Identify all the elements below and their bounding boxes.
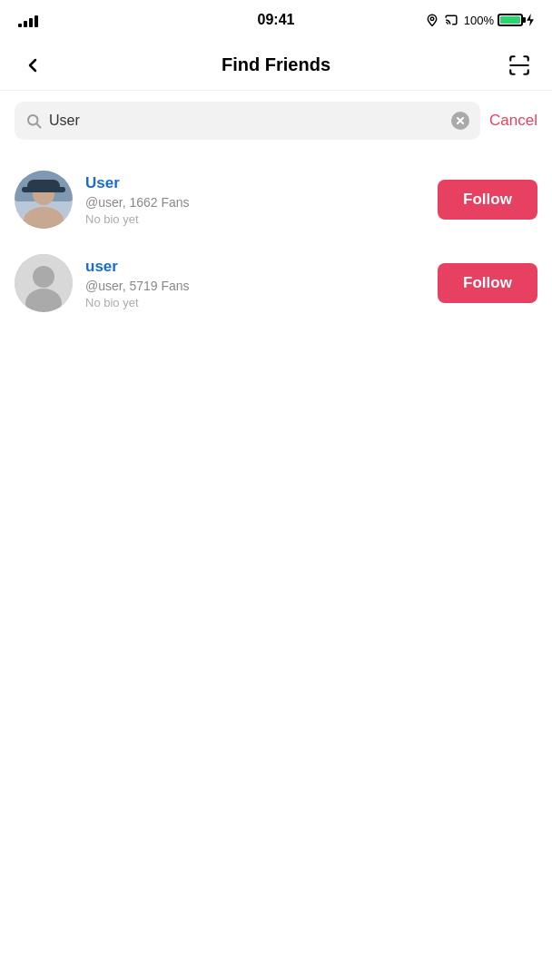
signal-icon: [18, 13, 38, 27]
svg-line-5: [36, 123, 40, 127]
status-left: [18, 13, 38, 27]
user-info: User @user, 1662 Fans No bio yet: [85, 174, 425, 226]
search-input[interactable]: [49, 113, 444, 129]
user-meta: @user, 5719 Fans: [85, 279, 425, 293]
user-bio: No bio yet: [85, 296, 425, 309]
back-button[interactable]: [15, 47, 51, 83]
user-display-name: user: [85, 258, 425, 276]
user-list: User @user, 1662 Fans No bio yet Follow …: [0, 151, 552, 332]
header: Find Friends: [0, 40, 552, 91]
search-container: Cancel: [0, 91, 552, 151]
battery-fill: [500, 16, 520, 24]
status-time: 09:41: [258, 12, 295, 28]
svg-point-15: [33, 266, 54, 288]
follow-button[interactable]: Follow: [438, 263, 537, 303]
location-icon: [426, 14, 439, 26]
status-right: 100%: [426, 14, 534, 27]
user-item: user @user, 5719 Fans No bio yet Follow: [0, 241, 552, 325]
avatar-placeholder-image: [15, 254, 73, 312]
user-meta: @user, 1662 Fans: [85, 195, 425, 210]
status-bar: 09:41 100%: [0, 0, 552, 40]
search-box: [15, 102, 480, 140]
scan-button[interactable]: [501, 47, 537, 83]
svg-rect-13: [27, 180, 60, 192]
clear-search-button[interactable]: [451, 112, 469, 130]
page-title: Find Friends: [222, 54, 330, 75]
cancel-button[interactable]: Cancel: [489, 112, 537, 130]
avatar-image: [15, 171, 73, 229]
battery-percent: 100%: [464, 14, 494, 27]
user-item: User @user, 1662 Fans No bio yet Follow: [0, 158, 552, 241]
avatar[interactable]: [15, 254, 73, 312]
search-icon: [25, 113, 42, 129]
svg-point-0: [430, 17, 434, 21]
battery-container: 100%: [464, 14, 534, 27]
charging-icon: [527, 14, 534, 26]
battery-icon: [498, 14, 523, 26]
user-display-name: User: [85, 174, 425, 192]
cast-icon: [444, 14, 458, 26]
user-info: user @user, 5719 Fans No bio yet: [85, 258, 425, 309]
svg-marker-2: [527, 14, 534, 26]
avatar[interactable]: [15, 171, 73, 229]
follow-button[interactable]: Follow: [438, 180, 537, 220]
user-bio: No bio yet: [85, 212, 425, 226]
